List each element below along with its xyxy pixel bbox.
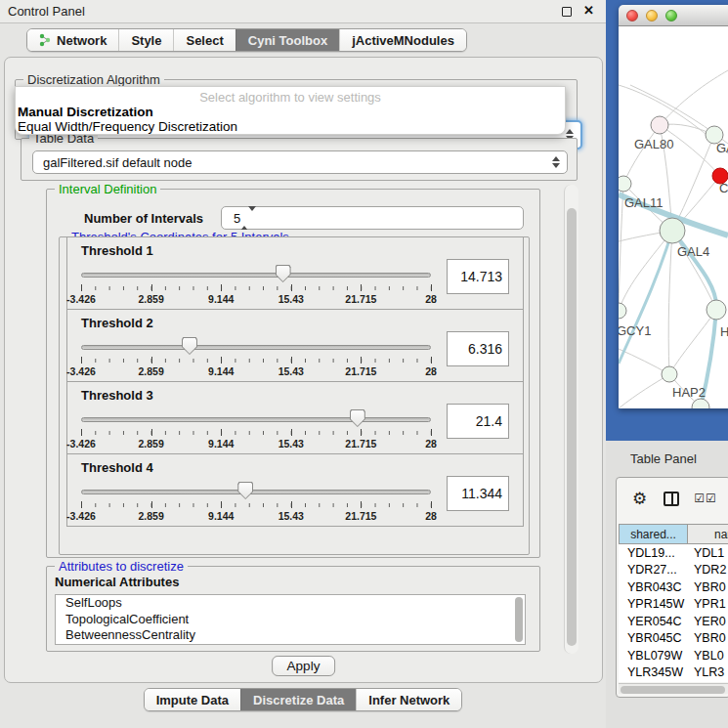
threshold-1-value-field[interactable]: [447, 259, 509, 294]
axis-labels: -3.4262.8599.14415.4321.71528: [81, 365, 431, 377]
top-tab-bar: Network Style Select Cyni Toolbox jActiv…: [0, 23, 606, 57]
list-scrollbar-thumb[interactable]: [515, 597, 523, 642]
apply-button[interactable]: Apply: [272, 656, 336, 676]
threshold-4-value-field[interactable]: [447, 476, 509, 511]
scrollbar-thumb[interactable]: [567, 208, 577, 646]
node-label-gal80: GAL80: [634, 137, 673, 151]
table-data-group: Table Data galFiltered.sif default node: [21, 138, 578, 181]
control-panel-titlebar: Control Panel ✕: [0, 0, 606, 23]
slider-track[interactable]: [81, 417, 431, 422]
table-row[interactable]: YIL052CYIL0: [619, 681, 728, 682]
tab-jactivemnodules[interactable]: jActiveMNodules: [339, 29, 466, 51]
threshold-4-panel: Threshold 4 -3.4262.8599.14415.4321.7152…: [66, 453, 524, 527]
tab-impute-data[interactable]: Impute Data: [145, 689, 240, 710]
table-data-combobox[interactable]: galFiltered.sif default node: [32, 150, 568, 174]
node-gal80: [651, 116, 668, 134]
tab-network[interactable]: Network: [27, 29, 118, 51]
threshold-3-slider[interactable]: -3.4262.8599.14415.4321.71528: [81, 406, 431, 450]
table-row[interactable]: YLR345WYLR3: [619, 664, 728, 682]
slider-thumb[interactable]: [182, 337, 197, 355]
algorithm-group-title: Discretization Algorithm: [23, 72, 164, 87]
panel-vertical-scrollbar[interactable]: [564, 185, 578, 654]
bottom-tab-bar: Impute Data Discretize Data Infer Networ…: [0, 687, 606, 712]
table-row[interactable]: YER054CYER0: [619, 613, 728, 630]
tab-select[interactable]: Select: [173, 29, 235, 51]
network-graph: GAL80 GA C GAL11 GAL4 GCY1 H HAP2: [619, 26, 728, 408]
tab-infer-network[interactable]: Infer Network: [356, 689, 461, 710]
control-panel: Control Panel ✕ Network Style Select Cyn…: [0, 0, 606, 728]
threshold-label: Threshold 1: [81, 243, 153, 258]
zoom-traffic-light-icon[interactable]: [665, 10, 677, 21]
table-header-row: shared... name: [619, 524, 728, 544]
table-row[interactable]: YDR27...YDR2: [619, 562, 728, 579]
float-window-icon[interactable]: [562, 7, 572, 17]
panel-title: Control Panel: [8, 4, 85, 19]
threshold-2-slider[interactable]: -3.4262.8599.14415.4321.71528: [81, 333, 431, 378]
table-toolbar: ⚙ ☑☑: [617, 486, 728, 511]
threshold-label: Threshold 2: [81, 316, 153, 330]
axis-minor-ticks: [81, 431, 431, 435]
table-horizontal-scrollbar[interactable]: [619, 683, 728, 694]
slider-track[interactable]: [81, 273, 431, 278]
network-canvas[interactable]: GAL80 GA C GAL11 GAL4 GCY1 H HAP2: [619, 26, 728, 408]
right-region: GAL80 GA C GAL11 GAL4 GCY1 H HAP2 Table …: [606, 0, 728, 728]
table-row[interactable]: YBR043CYBR0: [619, 578, 728, 596]
threshold-2-value-field[interactable]: [447, 331, 509, 366]
node-hap2: [662, 366, 677, 382]
close-icon[interactable]: ✕: [583, 3, 594, 18]
dropdown-option-equal-width[interactable]: Equal Width/Frequency Discretization: [18, 119, 237, 134]
table-row[interactable]: YBR045CYBR0: [619, 630, 728, 648]
node-label-gal4: GAL4: [677, 244, 709, 259]
threshold-label: Threshold 4: [81, 460, 153, 475]
dropdown-option-manual[interactable]: Manual Discretization: [18, 105, 153, 119]
list-item[interactable]: BetweennessCentrality: [56, 627, 525, 644]
tab-style[interactable]: Style: [118, 29, 173, 51]
node-right-mid: [707, 300, 726, 320]
threshold-1-panel: Threshold 1 -3.4262.8599.14415.4321.7152…: [66, 236, 524, 310]
table-row[interactable]: YBL079WYBL0: [619, 647, 728, 664]
threshold-label: Threshold 3: [81, 388, 153, 403]
axis-labels: -3.4262.8599.14415.4321.71528: [81, 438, 431, 450]
dropdown-hint: Select algorithm to view settings: [16, 90, 565, 105]
network-view-window: GAL80 GA C GAL11 GAL4 GCY1 H HAP2: [619, 5, 728, 408]
gear-icon[interactable]: ⚙: [632, 491, 647, 507]
axis-minor-ticks: [81, 286, 431, 290]
interval-group-title: Interval Definition: [55, 182, 160, 196]
tab-discretize-data[interactable]: Discretize Data: [240, 689, 356, 710]
list-item[interactable]: TopologicalCoefficient: [56, 612, 525, 628]
thresholds-group: Threshold's Coordinates for 5 Intervals …: [59, 236, 530, 555]
number-of-intervals-combobox[interactable]: 5: [221, 206, 524, 230]
checkbox-icons[interactable]: ☑☑: [694, 492, 717, 505]
slider-track[interactable]: [81, 345, 431, 350]
numerical-attributes-label: Numerical Attributes: [55, 575, 179, 589]
table-rows[interactable]: YDL19...YDL1 YDR27...YDR2 YBR043CYBR0 YP…: [619, 544, 728, 682]
table-row[interactable]: YPR145WYPR1: [619, 596, 728, 614]
list-item[interactable]: SelfLoops: [56, 595, 525, 612]
node-label-partial-top: GA: [716, 141, 728, 155]
numerical-attributes-list[interactable]: SelfLoops TopologicalCoefficient Between…: [55, 594, 526, 645]
slider-thumb[interactable]: [276, 265, 291, 282]
minimize-traffic-light-icon[interactable]: [646, 10, 658, 21]
node-label-gal11: GAL11: [624, 195, 664, 210]
threshold-3-value-field[interactable]: [447, 404, 509, 439]
number-of-intervals-label: Number of Intervals: [84, 211, 203, 226]
close-traffic-light-icon[interactable]: [626, 10, 638, 21]
column-header-name[interactable]: name: [688, 524, 728, 544]
slider-thumb[interactable]: [350, 409, 365, 427]
attributes-group-title: Attributes to discretize: [55, 559, 188, 574]
threshold-1-slider[interactable]: -3.4262.8599.14415.4321.71528: [81, 261, 431, 306]
algorithm-dropdown-popup: Select algorithm to view settings Manual…: [15, 86, 566, 135]
table-panel-section: Table Panel ⚙ ☑☑ shared... name YDL19...…: [606, 441, 728, 728]
slider-thumb[interactable]: [237, 482, 253, 499]
scrollbar-thumb[interactable]: [621, 686, 725, 694]
slider-track[interactable]: [81, 490, 431, 494]
table-row[interactable]: YDL19...YDL1: [619, 544, 728, 562]
node-label-gcy1: GCY1: [619, 323, 651, 338]
threshold-4-slider[interactable]: -3.4262.8599.14415.4321.71528: [81, 478, 431, 523]
columns-icon[interactable]: [664, 492, 679, 506]
column-header-shared[interactable]: shared...: [619, 524, 688, 544]
axis-minor-ticks: [81, 503, 431, 507]
node-gal4: [660, 218, 685, 243]
axis-labels: -3.4262.8599.14415.4321.71528: [81, 293, 431, 305]
tab-cyni-toolbox[interactable]: Cyni Toolbox: [236, 29, 339, 51]
